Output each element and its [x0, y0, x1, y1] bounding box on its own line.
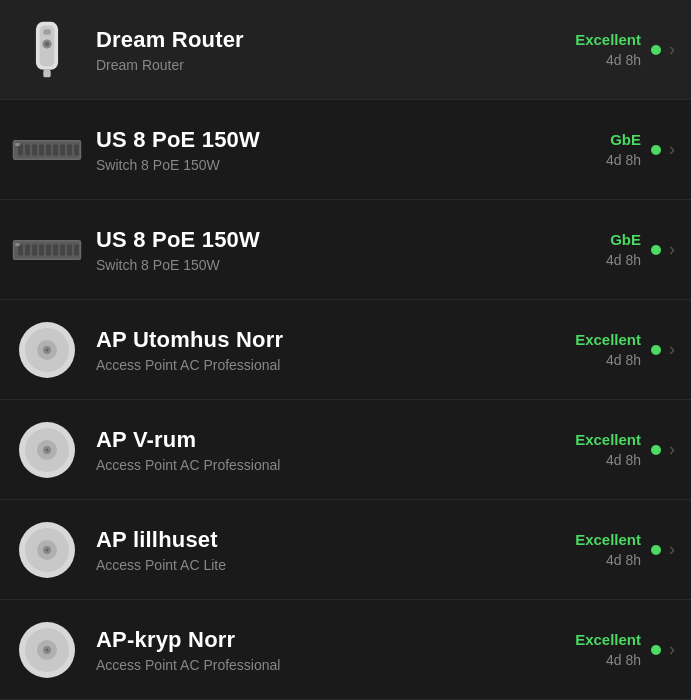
ap-icon — [12, 315, 82, 385]
svg-rect-27 — [67, 244, 72, 255]
device-item-ap-lillhuset[interactable]: AP lillhuset Access Point AC Lite Excell… — [0, 500, 691, 600]
chevron-right-icon: › — [669, 239, 675, 260]
svg-rect-13 — [53, 144, 58, 155]
device-item-ap-utomhus-norr[interactable]: AP Utomhus Norr Access Point AC Professi… — [0, 300, 691, 400]
svg-rect-28 — [74, 244, 79, 255]
svg-rect-14 — [60, 144, 65, 155]
chevron-right-icon: › — [669, 439, 675, 460]
status-dot — [651, 545, 661, 555]
device-status: Excellent 4d 8h — [575, 531, 641, 568]
uptime-text: 4d 8h — [606, 452, 641, 468]
device-name: US 8 PoE 150W — [96, 127, 606, 153]
svg-rect-29 — [15, 243, 20, 246]
svg-rect-23 — [39, 244, 44, 255]
svg-rect-17 — [15, 143, 20, 146]
device-info: AP Utomhus Norr Access Point AC Professi… — [96, 327, 575, 373]
device-info: AP V-rum Access Point AC Professional — [96, 427, 575, 473]
device-model: Dream Router — [96, 57, 575, 73]
status-dot — [651, 145, 661, 155]
ap-icon — [12, 615, 82, 685]
svg-rect-22 — [32, 244, 37, 255]
device-status: GbE 4d 8h — [606, 231, 641, 268]
svg-rect-26 — [60, 244, 65, 255]
svg-rect-25 — [53, 244, 58, 255]
status-dot-chevron: › — [651, 539, 675, 560]
chevron-right-icon: › — [669, 139, 675, 160]
device-model: Access Point AC Professional — [96, 457, 575, 473]
ap-icon — [12, 415, 82, 485]
device-item-ap-kryp-norr[interactable]: AP-kryp Norr Access Point AC Professiona… — [0, 600, 691, 700]
device-model: Access Point AC Lite — [96, 557, 575, 573]
chevron-right-icon: › — [669, 39, 675, 60]
device-info: AP-kryp Norr Access Point AC Professiona… — [96, 627, 575, 673]
svg-rect-9 — [25, 144, 30, 155]
status-dot-chevron: › — [651, 339, 675, 360]
status-text: Excellent — [575, 31, 641, 48]
status-dot — [651, 245, 661, 255]
svg-point-39 — [46, 448, 49, 451]
device-item-us8-poe-1[interactable]: US 8 PoE 150W Switch 8 PoE 150W GbE 4d 8… — [0, 100, 691, 200]
uptime-text: 4d 8h — [606, 652, 641, 668]
switch-icon — [12, 215, 82, 285]
status-dot-chevron: › — [651, 639, 675, 660]
chevron-right-icon: › — [669, 639, 675, 660]
device-model: Access Point AC Professional — [96, 657, 575, 673]
chevron-right-icon: › — [669, 339, 675, 360]
svg-rect-15 — [67, 144, 72, 155]
status-text: Excellent — [575, 431, 641, 448]
device-name: AP Utomhus Norr — [96, 327, 575, 353]
chevron-right-icon: › — [669, 539, 675, 560]
device-info: US 8 PoE 150W Switch 8 PoE 150W — [96, 127, 606, 173]
device-status: Excellent 4d 8h — [575, 631, 641, 668]
device-name: AP lillhuset — [96, 527, 575, 553]
device-item-dream-router[interactable]: Dream Router Dream Router Excellent 4d 8… — [0, 0, 691, 100]
device-list: Dream Router Dream Router Excellent 4d 8… — [0, 0, 691, 700]
svg-point-44 — [46, 548, 49, 551]
svg-rect-20 — [18, 244, 23, 255]
status-dot — [651, 445, 661, 455]
switch-icon — [12, 115, 82, 185]
device-item-us8-poe-2[interactable]: US 8 PoE 150W Switch 8 PoE 150W GbE 4d 8… — [0, 200, 691, 300]
device-name: US 8 PoE 150W — [96, 227, 606, 253]
svg-rect-12 — [46, 144, 51, 155]
device-item-ap-v-rum[interactable]: AP V-rum Access Point AC Professional Ex… — [0, 400, 691, 500]
svg-point-34 — [46, 348, 49, 351]
status-text: GbE — [610, 131, 641, 148]
svg-point-49 — [46, 648, 49, 651]
status-dot — [651, 645, 661, 655]
svg-rect-21 — [25, 244, 30, 255]
status-text: Excellent — [575, 331, 641, 348]
status-dot — [651, 45, 661, 55]
ap-icon — [12, 515, 82, 585]
status-text: Excellent — [575, 531, 641, 548]
device-info: US 8 PoE 150W Switch 8 PoE 150W — [96, 227, 606, 273]
device-model: Switch 8 PoE 150W — [96, 157, 606, 173]
svg-rect-8 — [18, 144, 23, 155]
status-dot-chevron: › — [651, 39, 675, 60]
status-text: Excellent — [575, 631, 641, 648]
router-icon — [12, 15, 82, 85]
device-status: Excellent 4d 8h — [575, 31, 641, 68]
device-model: Access Point AC Professional — [96, 357, 575, 373]
device-name: Dream Router — [96, 27, 575, 53]
uptime-text: 4d 8h — [606, 52, 641, 68]
status-dot-chevron: › — [651, 439, 675, 460]
device-info: AP lillhuset Access Point AC Lite — [96, 527, 575, 573]
device-status: GbE 4d 8h — [606, 131, 641, 168]
uptime-text: 4d 8h — [606, 352, 641, 368]
svg-rect-16 — [74, 144, 79, 155]
device-status: Excellent 4d 8h — [575, 431, 641, 468]
device-model: Switch 8 PoE 150W — [96, 257, 606, 273]
uptime-text: 4d 8h — [606, 552, 641, 568]
device-info: Dream Router Dream Router — [96, 27, 575, 73]
device-status: Excellent 4d 8h — [575, 331, 641, 368]
uptime-text: 4d 8h — [606, 152, 641, 168]
svg-rect-2 — [43, 29, 50, 35]
svg-rect-10 — [32, 144, 37, 155]
status-dot-chevron: › — [651, 239, 675, 260]
uptime-text: 4d 8h — [606, 252, 641, 268]
device-name: AP-kryp Norr — [96, 627, 575, 653]
status-dot-chevron: › — [651, 139, 675, 160]
svg-point-4 — [45, 41, 50, 46]
status-dot — [651, 345, 661, 355]
